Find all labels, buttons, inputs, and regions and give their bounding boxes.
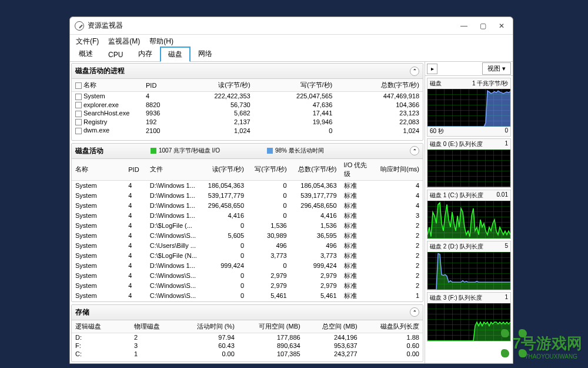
- app-icon: [75, 21, 84, 31]
- process-table: 名称 PID 读(字节/秒) 写(字节/秒) 总数(字节/秒) System42…: [72, 79, 423, 135]
- content: 磁盘活动的进程 ⌃ 名称 PID 读(字节/秒) 写(字节/秒) 总数(字节/秒…: [70, 62, 513, 363]
- section-title: 存储: [75, 307, 89, 317]
- table-row[interactable]: System4222,422,353225,047,565447,469,918: [72, 92, 423, 101]
- tab-network[interactable]: 网络: [191, 47, 220, 61]
- resource-monitor-window: 资源监视器 — ▢ ✕ 文件(F) 监视器(M) 帮助(H) 概述 CPU 内存…: [69, 16, 513, 364]
- tab-cpu[interactable]: CPU: [101, 48, 131, 61]
- collapse-icon[interactable]: ⌃: [410, 146, 419, 155]
- col-read[interactable]: 读(字节/秒): [201, 159, 248, 181]
- tab-disk[interactable]: 磁盘: [160, 47, 191, 62]
- col-pid[interactable]: PID: [142, 79, 172, 92]
- col-logical[interactable]: 逻辑磁盘: [72, 320, 131, 333]
- menu-help[interactable]: 帮助(H): [147, 35, 176, 48]
- checkbox-icon[interactable]: [75, 128, 82, 134]
- table-row[interactable]: System4C:\$LogFile (N...03,7733,773标准2: [72, 251, 423, 261]
- process-table-scroll[interactable]: 名称 PID 读(字节/秒) 写(字节/秒) 总数(字节/秒) System42…: [72, 79, 423, 141]
- view-button[interactable]: 视图 ▾: [482, 62, 511, 75]
- tab-memory[interactable]: 内存: [131, 47, 160, 61]
- collapse-icon[interactable]: ⌃: [410, 67, 419, 76]
- table-row[interactable]: F:360.43890,634953,6370.60: [72, 342, 423, 350]
- col-prio[interactable]: I/O 优先级: [340, 159, 373, 181]
- col-total[interactable]: 总数(字节/秒): [336, 79, 423, 92]
- table-row[interactable]: System4D:\Windows 1...296,458,6500296,45…: [72, 201, 423, 211]
- menu-monitor[interactable]: 监视器(M): [106, 35, 142, 48]
- svg-marker-4: [427, 322, 510, 341]
- graph-scale: 1: [505, 140, 508, 148]
- minimize-button[interactable]: —: [460, 22, 468, 30]
- checkbox-icon[interactable]: [75, 111, 82, 117]
- table-row[interactable]: dwm.exe21001,02401,024: [72, 126, 423, 135]
- table-row[interactable]: System4D:\Windows 1...186,054,3630186,05…: [72, 180, 423, 191]
- col-name[interactable]: 名称: [72, 79, 142, 92]
- checkbox-icon[interactable]: [75, 102, 82, 108]
- section-header[interactable]: 磁盘活动 1007 兆字节/秒磁盘 I/O 98% 最长活动时间 ⌃: [72, 144, 423, 159]
- tab-bar: 概述 CPU 内存 磁盘 网络: [70, 48, 513, 62]
- perf-graph: 磁盘 2 (D:) 队列长度5: [427, 241, 511, 290]
- table-row[interactable]: System4D:\Windows 1...4,41604,416标准3: [72, 211, 423, 221]
- storage-table-scroll[interactable]: 逻辑磁盘 物理磁盘 活动时间 (%) 可用空间 (MB) 总空间 (MB) 磁盘…: [72, 320, 423, 362]
- table-row[interactable]: System4C:\Windows\S...02,9792,979标准2: [72, 281, 423, 291]
- section-title: 磁盘活动: [75, 146, 103, 156]
- graph-title: 磁盘: [430, 79, 442, 88]
- tab-overview[interactable]: 概述: [71, 47, 101, 61]
- table-row[interactable]: SearchHost.exe9936C:\Windows\S...1,05701…: [72, 301, 423, 302]
- section-header[interactable]: 磁盘活动的进程 ⌃: [72, 64, 423, 79]
- graph-title: 磁盘 0 (E:) 队列长度: [430, 140, 483, 148]
- collapse-icon[interactable]: ⌃: [410, 307, 419, 317]
- graph-scale: 5: [505, 243, 508, 251]
- section-storage: 存储 ⌃ 逻辑磁盘 物理磁盘 活动时间 (%) 可用空间 (MB) 总空间 (M…: [71, 304, 423, 362]
- table-row[interactable]: C:10.00107,385243,2770.00: [72, 350, 423, 358]
- table-row[interactable]: System4C:\Windows\S...02,9792,979标准2: [72, 271, 423, 281]
- collapse-right-icon[interactable]: ▸: [427, 64, 437, 74]
- checkbox-icon[interactable]: [75, 94, 82, 100]
- table-row[interactable]: System4C:\Users\Billy ...0496496标准2: [72, 241, 423, 251]
- col-write[interactable]: 写(字节/秒): [254, 79, 336, 92]
- right-panel-toolbar: ▸ 视图 ▾: [425, 62, 513, 76]
- col-total[interactable]: 总空间 (MB): [304, 320, 361, 333]
- storage-table: 逻辑磁盘 物理磁盘 活动时间 (%) 可用空间 (MB) 总空间 (MB) 磁盘…: [72, 320, 423, 358]
- col-read[interactable]: 读(字节/秒): [172, 79, 254, 92]
- table-row[interactable]: explorer.exe882056,73047,636104,366: [72, 101, 423, 110]
- col-file[interactable]: 文件: [146, 159, 201, 181]
- active-time-meter: 98% 最长活动时间: [267, 147, 324, 155]
- table-row[interactable]: Registry1922,13719,94622,083: [72, 118, 423, 127]
- io-meter: 1007 兆字节/秒磁盘 I/O: [151, 147, 220, 155]
- col-name[interactable]: 名称: [72, 159, 125, 181]
- table-row[interactable]: System4D:\$LogFile (...01,5361,536标准2: [72, 221, 423, 231]
- graphs-container[interactable]: 磁盘1 千兆字节/秒 60 秒0磁盘 0 (E:) 队列长度1 磁盘 1 (C:…: [425, 76, 513, 363]
- section-header[interactable]: 存储 ⌃: [72, 305, 423, 320]
- col-active[interactable]: 活动时间 (%): [178, 320, 238, 333]
- titlebar[interactable]: 资源监视器 — ▢ ✕: [70, 17, 513, 35]
- graph-title: 磁盘 1 (C:) 队列长度: [430, 191, 483, 200]
- table-row[interactable]: System4D:\Windows 1...539,177,7790539,17…: [72, 191, 423, 201]
- perf-graph: 磁盘 1 (C:) 队列长度0.01: [427, 190, 511, 239]
- section-disk-activity: 磁盘活动 1007 兆字节/秒磁盘 I/O 98% 最长活动时间 ⌃ 名称 PI…: [71, 143, 423, 302]
- table-row[interactable]: SearchHost.exe99365,68217,44123,123: [72, 109, 423, 118]
- maximize-button[interactable]: ▢: [479, 22, 487, 30]
- menu-file[interactable]: 文件(F): [74, 35, 101, 48]
- col-resp[interactable]: 响应时间(ms): [373, 159, 423, 181]
- right-panel: ▸ 视图 ▾ 磁盘1 千兆字节/秒 60 秒0磁盘 0 (E:) 队列长度1 磁…: [425, 62, 513, 363]
- close-button[interactable]: ✕: [497, 22, 506, 30]
- checkbox-icon[interactable]: [75, 82, 82, 89]
- col-physical[interactable]: 物理磁盘: [131, 320, 178, 333]
- section-active-processes: 磁盘活动的进程 ⌃ 名称 PID 读(字节/秒) 写(字节/秒) 总数(字节/秒…: [71, 63, 423, 141]
- table-row[interactable]: System4C:\Windows\S...05,4615,461标准1: [72, 291, 423, 301]
- col-write[interactable]: 写(字节/秒): [248, 159, 290, 181]
- graph-title: 磁盘 2 (D:) 队列长度: [430, 243, 483, 251]
- table-row[interactable]: D:297.94177,886244,1961.88: [72, 333, 423, 342]
- activity-table-scroll[interactable]: 名称 PID 文件 读(字节/秒) 写(字节/秒) 总数(字节/秒) I/O 优…: [72, 159, 423, 302]
- col-total[interactable]: 总数(字节/秒): [290, 159, 340, 181]
- graph-scale: 0.01: [497, 191, 508, 200]
- section-title: 磁盘活动的进程: [75, 66, 125, 76]
- main-panel: 磁盘活动的进程 ⌃ 名称 PID 读(字节/秒) 写(字节/秒) 总数(字节/秒…: [70, 62, 425, 363]
- table-row[interactable]: System4D:\Windows 1...999,4240999,424标准2: [72, 261, 423, 271]
- col-avail[interactable]: 可用空间 (MB): [238, 320, 304, 333]
- watermark-text: 7号游戏网: [513, 333, 582, 354]
- col-pid[interactable]: PID: [125, 159, 146, 181]
- checkbox-icon[interactable]: [75, 119, 82, 125]
- activity-table: 名称 PID 文件 读(字节/秒) 写(字节/秒) 总数(字节/秒) I/O 优…: [72, 159, 423, 302]
- perf-graph: 磁盘 0 (E:) 队列长度1: [427, 138, 511, 188]
- table-row[interactable]: System4C:\Windows\S...5,60530,98936,595标…: [72, 231, 423, 241]
- col-queue[interactable]: 磁盘队列长度: [361, 320, 423, 333]
